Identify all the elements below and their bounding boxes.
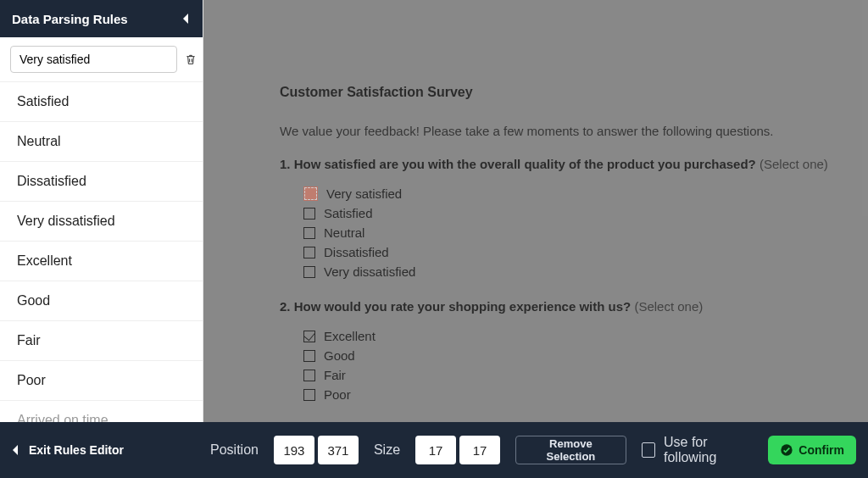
position-y-input[interactable] (318, 436, 359, 464)
option-label: Good (324, 348, 355, 363)
rule-item[interactable]: Excellent (0, 242, 203, 281)
use-for-following-checkbox[interactable]: Use for following (642, 435, 754, 465)
selection-box (303, 186, 318, 201)
use-following-label: Use for following (664, 435, 753, 465)
position-x-input[interactable] (274, 436, 314, 464)
doc-option: Satisfied (303, 206, 851, 220)
rules-list[interactable]: SatisfiedNeutralDissatisfiedVery dissati… (0, 82, 203, 422)
rule-item[interactable]: Dissatisfied (0, 162, 203, 202)
option-label: Very dissatisfied (324, 264, 415, 279)
rule-item[interactable]: Very dissatisfied (0, 202, 203, 242)
sidebar-header: Data Parsing Rules (0, 0, 203, 37)
exit-label: Exit Rules Editor (29, 443, 124, 457)
checkbox-icon (303, 247, 315, 258)
rule-item[interactable]: Fair (0, 321, 203, 361)
sidebar-title: Data Parsing Rules (12, 12, 128, 26)
checkbox-icon (303, 331, 315, 342)
doc-option: Good (303, 348, 851, 363)
option-label: Satisfied (324, 206, 373, 220)
chevron-left-icon (12, 444, 20, 456)
doc-question-2: 2. How would you rate your shopping expe… (280, 299, 851, 314)
position-inputs (274, 436, 359, 464)
svg-marker-0 (183, 14, 188, 24)
remove-selection-button[interactable]: Remove Selection (515, 436, 626, 464)
option-label: Neutral (324, 225, 364, 240)
collapse-sidebar-button[interactable] (182, 13, 191, 25)
rule-item[interactable]: Neutral (0, 122, 203, 162)
sidebar: Data Parsing Rules SatisfiedNeutralDissa… (0, 0, 203, 422)
bottom-bar: Exit Rules Editor Position Size Remove S… (0, 422, 868, 478)
option-label: Fair (324, 368, 346, 382)
size-inputs (415, 436, 500, 464)
doc-option: Excellent (303, 329, 851, 343)
doc-title: Customer Satisfaction Survey (280, 85, 851, 100)
checkbox-icon (303, 208, 315, 220)
delete-rule-button[interactable] (184, 51, 198, 68)
rule-name-input[interactable] (10, 46, 177, 73)
rule-editor-row (0, 37, 203, 82)
confirm-button[interactable]: Confirm (768, 436, 856, 464)
svg-marker-2 (13, 445, 18, 455)
rule-item[interactable]: Satisfied (0, 82, 203, 122)
checkbox-icon (303, 370, 315, 381)
size-w-input[interactable] (415, 436, 456, 464)
rule-item[interactable]: Good (0, 281, 203, 321)
option-label: Dissatisfied (324, 245, 389, 259)
doc-question-1: 1. How satisfied are you with the overal… (280, 157, 851, 171)
doc-q1-options: Very satisfiedSatisfiedNeutralDissatisfi… (303, 186, 851, 279)
chevron-left-icon (182, 13, 191, 25)
doc-option: Very satisfied (303, 186, 851, 201)
doc-option: Fair (303, 368, 851, 382)
option-label: Excellent (324, 329, 376, 343)
size-label: Size (374, 442, 400, 458)
check-circle-icon (780, 443, 793, 457)
document-pane[interactable]: Customer Satisfaction Survey We value yo… (203, 0, 868, 422)
checkbox-icon (303, 227, 315, 239)
option-label: Very satisfied (326, 186, 402, 201)
document-content: Customer Satisfaction Survey We value yo… (203, 0, 868, 422)
checkbox-icon (642, 442, 655, 458)
trash-icon (184, 53, 198, 66)
checkbox-icon (303, 389, 315, 401)
exit-rules-editor-button[interactable]: Exit Rules Editor (12, 443, 198, 457)
size-h-input[interactable] (459, 436, 500, 464)
checkbox-icon (303, 350, 315, 362)
doc-q2-options: ExcellentGoodFairPoor (303, 329, 851, 402)
option-label: Poor (324, 387, 351, 402)
position-label: Position (210, 442, 259, 458)
doc-option: Poor (303, 387, 851, 402)
rule-item[interactable]: Poor (0, 361, 203, 401)
doc-option: Dissatisfied (303, 245, 851, 259)
doc-option: Very dissatisfied (303, 264, 851, 279)
doc-intro: We value your feedback! Please take a fe… (280, 124, 851, 138)
doc-option: Neutral (303, 225, 851, 240)
rule-item[interactable]: Arrived on time (0, 401, 203, 422)
checkbox-icon (303, 266, 315, 278)
